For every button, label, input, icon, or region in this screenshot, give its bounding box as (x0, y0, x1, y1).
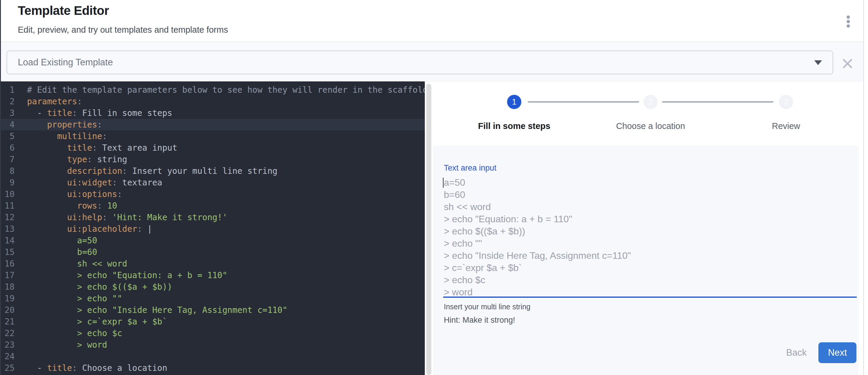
code-text: description: Insert your multi line stri… (27, 165, 277, 177)
editor-line[interactable]: 4 properties: (1, 119, 425, 130)
code-text: > echo "" (27, 293, 122, 304)
editor-line[interactable]: 6 title: Text area input (1, 142, 425, 154)
line-number: 14 (1, 235, 14, 246)
caret-down-icon (814, 60, 822, 65)
scrollbar-track[interactable] (425, 82, 433, 375)
code-text: # Edit the template parameters below to … (27, 84, 425, 96)
code-text: sh << word (27, 258, 127, 270)
template-preview-panel: 1Fill in some steps2Choose a location3Re… (433, 82, 863, 375)
line-number: 22 (1, 327, 14, 339)
field-underline (443, 296, 857, 298)
editor-line[interactable]: 15 b=60 (1, 246, 425, 258)
line-number: 4 (1, 119, 14, 130)
step-number-badge: 2 (644, 95, 658, 109)
line-number: 16 (1, 258, 14, 270)
code-text: b=60 (27, 246, 97, 258)
editor-line[interactable]: 22 > echo $c (1, 327, 425, 339)
line-number: 10 (1, 188, 14, 200)
line-number: 6 (1, 142, 14, 154)
line-number: 2 (1, 96, 14, 107)
editor-line[interactable]: 24 (1, 351, 425, 362)
editor-line[interactable]: 9 ui:widget: textarea (1, 177, 425, 188)
line-number: 15 (1, 246, 14, 258)
code-text: > echo "Inside Here Tag, Assignment c=11… (27, 304, 287, 316)
editor-line[interactable]: 21 > c=`expr $a + $b` (1, 316, 425, 327)
editor-line[interactable]: 16 sh << word (1, 258, 425, 270)
editor-line[interactable]: 19 > echo "" (1, 293, 425, 304)
clear-selection-button[interactable] (840, 56, 855, 71)
textarea-placeholder-line: > echo "" (444, 238, 847, 250)
back-button[interactable]: Back (776, 342, 816, 363)
kebab-vertical-icon (847, 20, 850, 23)
line-number: 11 (1, 200, 14, 212)
more-options-button[interactable] (839, 11, 857, 32)
line-number: 3 (1, 107, 14, 119)
step-label: Fill in some steps (455, 121, 574, 131)
textarea-placeholder-line: > echo "Equation: a + b = 110" (444, 213, 847, 225)
code-text: rows: 10 (27, 200, 117, 212)
code-text: title: Text area input (27, 142, 177, 154)
editor-line[interactable]: 2parameters: (1, 96, 425, 107)
editor-line[interactable]: 17 > echo "Equation: a + b = 110" (1, 270, 425, 281)
line-number: 5 (1, 130, 14, 142)
line-number: 21 (1, 316, 14, 327)
textarea-placeholder-line: > echo "Inside Here Tag, Assignment c=11… (444, 250, 847, 262)
code-text: > c=`expr $a + $b` (27, 316, 167, 327)
code-text: ui:placeholder: | (27, 223, 152, 235)
editor-line[interactable]: 13 ui:placeholder: | (1, 223, 425, 235)
editor-line[interactable]: 25 - title: Choose a location (1, 362, 425, 374)
code-text: a=50 (27, 235, 97, 246)
editor-line[interactable]: 23 > word (1, 339, 425, 351)
kebab-vertical-icon (847, 24, 850, 28)
line-number: 7 (1, 154, 14, 165)
code-text: ui:help: 'Hint: Make it strong!' (27, 212, 227, 223)
textarea-placeholder-line: > echo $c (444, 274, 847, 286)
textarea-placeholder-line: > c=`expr $a + $b` (444, 262, 847, 274)
textarea-input[interactable]: a=50b=60sh << word> echo "Equation: a + … (444, 177, 847, 301)
field-label: Text area input (444, 163, 496, 173)
code-text: ui:options: (27, 188, 122, 200)
editor-line[interactable]: 7 type: string (1, 154, 425, 165)
code-text: parameters: (27, 96, 82, 107)
line-number: 12 (1, 212, 14, 223)
stepper-step-2: 2Choose a location (591, 95, 710, 131)
code-text: properties: (27, 119, 102, 130)
editor-line[interactable]: 11 rows: 10 (1, 200, 425, 212)
scrollbar-thumb[interactable] (426, 84, 431, 375)
editor-line[interactable]: 12 ui:help: 'Hint: Make it strong!' (1, 212, 425, 223)
editor-line[interactable]: 5 multiline: (1, 130, 425, 142)
line-number: 20 (1, 304, 14, 316)
editor-line[interactable]: 10 ui:options: (1, 188, 425, 200)
template-editor-page: Template Editor Edit, preview, and try o… (0, 0, 868, 375)
line-number: 19 (1, 293, 14, 304)
page-subtitle: Edit, preview, and try out templates and… (18, 25, 228, 35)
step-connector (528, 101, 639, 102)
field-helper-text: Insert your multi line string (444, 303, 531, 311)
field-hint-text: Hint: Make it strong! (444, 316, 515, 325)
editor-line[interactable]: 14 a=50 (1, 235, 425, 246)
code-lines: 1# Edit the template parameters below to… (1, 82, 425, 374)
next-button[interactable]: Next (818, 342, 857, 363)
textarea-placeholder-line: > echo $(($a + $b)) (444, 225, 847, 238)
code-editor[interactable]: 1# Edit the template parameters below to… (1, 82, 425, 375)
step-label: Choose a location (591, 121, 710, 131)
code-text: multiline: (27, 130, 107, 142)
editor-line[interactable]: 3 - title: Fill in some steps (1, 107, 425, 119)
line-number: 24 (1, 351, 14, 362)
editor-line[interactable]: 8 description: Insert your multi line st… (1, 165, 425, 177)
code-text: > word (27, 339, 107, 351)
editor-line[interactable]: 20 > echo "Inside Here Tag, Assignment c… (1, 304, 425, 316)
line-number: 8 (1, 165, 14, 177)
line-number: 25 (1, 362, 14, 374)
textarea-placeholder-line: b=60 (444, 189, 847, 201)
form-paper: Text area input a=50b=60sh << word> echo… (433, 146, 859, 375)
step-label: Review (726, 121, 845, 131)
page-header: Template Editor Edit, preview, and try o… (1, 0, 863, 42)
code-text: > echo $c (27, 327, 122, 339)
step-number-badge: 1 (507, 95, 521, 109)
editor-line[interactable]: 1# Edit the template parameters below to… (1, 84, 425, 96)
step-number-badge: 3 (779, 95, 793, 109)
load-template-select[interactable]: Load Existing Template (6, 51, 833, 74)
editor-line[interactable]: 18 > echo $(($a + $b)) (1, 281, 425, 293)
code-text: type: string (27, 154, 127, 165)
